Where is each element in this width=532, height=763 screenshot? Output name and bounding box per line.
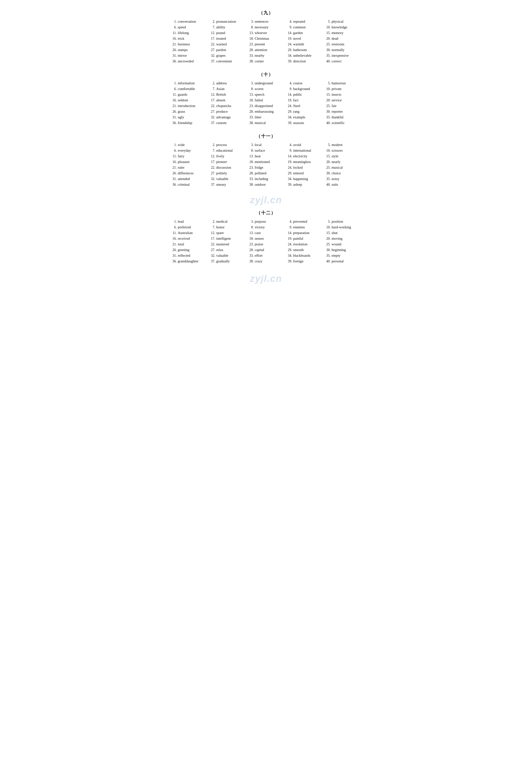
word-item: 31.ugly [170,115,208,120]
word-number: 12. [208,31,215,35]
word-number: 35. [324,115,331,119]
word-text: mentioned [255,160,270,164]
word-number: 37. [208,121,215,125]
word-number: 8. [247,87,254,91]
word-text: asleep [293,182,302,187]
word-item: 33.nearby [247,53,285,58]
word-item: 28.capital [247,248,285,252]
word-text: knowledge [332,25,347,29]
word-text: normally [332,48,344,52]
word-text: choice [332,171,341,175]
word-text: wide [178,143,185,147]
word-number: 39. [285,260,292,264]
word-number: 7. [208,225,215,229]
word-text: purpose [255,219,266,224]
word-item: 28.attention [247,48,285,52]
word-text: seasons [293,121,304,125]
word-text: warned [216,42,227,47]
word-number: 2. [208,220,215,224]
word-item: 11.fairy [170,154,208,159]
word-number: 27. [208,110,215,114]
word-text: advantage [216,115,231,119]
word-text: convenient [216,59,232,63]
word-text: case [255,231,261,235]
word-item: 9.background [285,86,324,91]
word-number: 40. [324,183,331,187]
word-item: 7.honor [208,225,247,230]
word-item: 30.choice [324,171,362,175]
word-item: 34.happening [285,176,324,181]
word-text: insects [332,92,341,97]
word-number: 38. [247,121,254,125]
section-9: （九）1.conversation2.pronunciation3.senten… [170,10,362,63]
word-number: 6. [170,149,177,153]
word-number: 17. [208,37,215,41]
word-text: crazy [255,259,262,264]
word-item: 19.novel [285,36,324,41]
word-number: 36. [170,260,177,264]
word-item: 20.dead [324,36,362,41]
word-text: moving [332,237,342,241]
word-text: medical [216,219,228,224]
word-number: 15. [324,93,331,97]
word-number: 20. [324,37,331,41]
word-grid-0: 1.conversation2.pronunciation3.sentences… [170,19,362,63]
word-text: scientific [332,121,345,125]
word-text: Asian [216,87,225,91]
word-number: 18. [247,37,254,41]
section-12: （十二）1.lead2.medical3.purpose4.prevented5… [170,210,362,264]
word-text: fridge [255,165,263,170]
word-item: 38.musical [247,121,285,125]
word-text: international [293,149,311,153]
word-text: musical [255,121,266,125]
word-number: 26. [170,171,177,175]
word-text: received [178,237,190,241]
word-number: 40. [324,121,331,125]
word-number: 19. [285,98,292,102]
word-text: Australian [178,231,192,235]
word-number: 14. [285,31,292,35]
word-number: 4. [285,143,292,147]
word-item: 26.stamps [170,48,208,52]
word-item: 35.thankful [324,115,362,120]
word-item: 39.seasons [285,121,324,125]
word-number: 23. [247,166,254,170]
word-text: lead [178,219,184,224]
page: （九）1.conversation2.pronunciation3.senten… [170,10,362,284]
word-item: 15.insects [324,92,362,97]
word-item: 21.business [170,42,208,47]
word-item: 17.pioneer [208,160,247,164]
word-text: politely [216,171,227,175]
word-text: reflected [178,254,190,258]
word-item: 8.necessary [247,25,285,30]
word-item: 29.entered [285,171,324,175]
word-number: 13. [247,31,254,35]
word-item: 13.case [247,231,285,235]
word-text: course [293,81,302,85]
word-number: 1. [170,81,177,85]
word-item: 15.memory [324,31,362,35]
word-item: 24.locked [285,165,324,170]
word-number: 20. [324,98,331,102]
word-number: 3. [247,81,254,85]
word-item: 25.wound [324,242,362,247]
word-item: 8.surface [247,148,285,153]
word-item: 34.blackboards [285,253,324,258]
word-text: pound [216,31,225,35]
word-item: 18.mentioned [247,160,285,164]
section-11: （十一）1.wide2.process3.local4.avoid5.moder… [170,133,362,187]
word-item: 4.course [285,81,324,86]
word-number: 9. [285,149,292,153]
word-text: ability [216,25,225,29]
word-item: 39.asleep [285,182,324,187]
word-item: 10.private [324,86,362,91]
word-text: common [293,25,306,29]
word-item: 39.foreign [285,259,324,264]
word-text: personal [332,259,344,264]
word-item: 24.warmth [285,42,324,47]
section-10: （十）1.information2.address3.underground4.… [170,71,362,125]
word-item: 5.humorous [324,81,362,86]
word-grid-3: 1.lead2.medical3.purpose4.prevented5.pos… [170,219,362,264]
word-item: 8.scores [247,86,285,91]
word-item: 23.disappointed [247,104,285,108]
